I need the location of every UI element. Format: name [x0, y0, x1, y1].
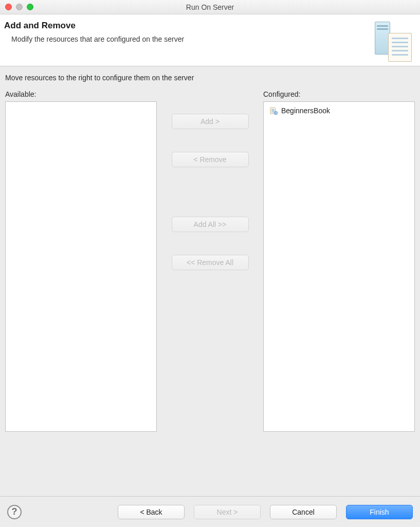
- available-column: Available:: [5, 90, 157, 432]
- titlebar: Run On Server: [0, 0, 420, 14]
- back-button[interactable]: < Back: [118, 505, 185, 519]
- finish-button[interactable]: Finish: [346, 505, 413, 519]
- next-button[interactable]: Next >: [194, 505, 261, 519]
- wizard-header-text: Add and Remove Modify the resources that…: [4, 21, 184, 62]
- add-button[interactable]: Add >: [172, 114, 249, 129]
- wizard-header: Add and Remove Modify the resources that…: [0, 14, 420, 66]
- transfer-panel: Available: Add > < Remove Add All >> << …: [5, 90, 415, 432]
- list-item-label: BeginnersBook: [281, 107, 330, 115]
- configured-column: Configured: BeginnersBook: [263, 90, 415, 432]
- wizard-footer: ? < Back Next > Cancel Finish: [0, 496, 420, 527]
- available-label: Available:: [5, 90, 157, 98]
- svg-rect-1: [271, 111, 275, 111]
- page-subtitle: Modify the resources that are configured…: [4, 35, 184, 43]
- configured-label: Configured:: [263, 90, 415, 98]
- svg-rect-0: [271, 109, 275, 110]
- project-icon: [269, 106, 278, 115]
- remove-button[interactable]: < Remove: [172, 152, 249, 167]
- instruction-text: Move resources to the right to configure…: [5, 74, 415, 82]
- configured-listbox[interactable]: BeginnersBook: [263, 101, 415, 432]
- window-title: Run On Server: [0, 3, 420, 11]
- svg-rect-2: [271, 112, 275, 112]
- wizard-body: Move resources to the right to configure…: [0, 66, 420, 432]
- available-listbox[interactable]: [5, 101, 157, 432]
- help-button[interactable]: ?: [7, 505, 22, 519]
- page-title: Add and Remove: [4, 21, 184, 31]
- cancel-button[interactable]: Cancel: [270, 505, 337, 519]
- footer-buttons: < Back Next > Cancel Finish: [118, 505, 413, 519]
- transfer-buttons: Add > < Remove Add All >> << Remove All: [157, 90, 263, 270]
- remove-all-button[interactable]: << Remove All: [172, 255, 249, 270]
- add-all-button[interactable]: Add All >>: [172, 217, 249, 232]
- list-item[interactable]: BeginnersBook: [266, 105, 412, 116]
- server-document-icon: [369, 21, 415, 62]
